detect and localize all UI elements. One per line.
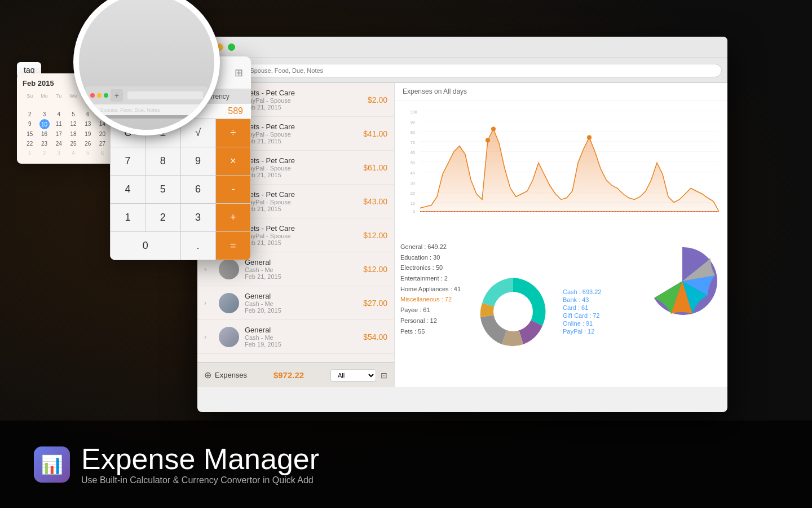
stat-item: Entertainment : 2 (400, 273, 468, 284)
table-row[interactable]: › General Cash - Me Feb 19, 2015 $54.00 (197, 320, 394, 354)
tx-date: Feb 21, 2015 (245, 172, 358, 178)
expand-icon[interactable]: ⊡ (381, 371, 387, 380)
cal-day[interactable]: 3 (37, 110, 52, 119)
cal-day[interactable]: 26 (81, 139, 95, 148)
calc-multiply-button[interactable]: × (216, 147, 250, 175)
calc-3-button[interactable]: 3 (181, 204, 215, 231)
chart-area: 100 90 80 70 60 50 40 30 20 10 0 (395, 100, 727, 236)
grid-icon[interactable]: ⊞ (235, 67, 243, 79)
cal-day[interactable]: 5 (66, 110, 81, 119)
tx-date: Feb 21, 2015 (245, 273, 358, 280)
cal-day[interactable]: 13 (81, 119, 95, 129)
calc-divide-button[interactable]: ÷ (216, 119, 250, 147)
cal-day[interactable]: 5 (81, 148, 95, 158)
calc-4-button[interactable]: 4 (111, 176, 145, 203)
cal-day[interactable]: 4 (66, 148, 81, 158)
promo-icon-symbol: 📊 (41, 454, 63, 475)
stat-item: Miscellaneous : 72 (400, 294, 468, 305)
check-icon: › (204, 265, 213, 273)
svg-point-24 (587, 135, 592, 140)
calc-7-button[interactable]: 7 (111, 147, 145, 175)
calc-1-button[interactable]: 1 (111, 204, 145, 231)
cal-day[interactable] (23, 100, 37, 110)
calc-6-button[interactable]: 6 (181, 176, 215, 203)
tx-date: Feb 19, 2015 (245, 341, 358, 348)
add-icon[interactable]: ⊕ (204, 370, 211, 380)
cal-day-today[interactable]: 10 (39, 119, 50, 129)
check-icon: › (204, 333, 213, 341)
cal-day[interactable]: 27 (95, 139, 110, 148)
filter-select[interactable]: All Income Expense (330, 369, 376, 382)
tx-category: Pets - Pet Care (245, 89, 362, 97)
right-header: Expenses on All days (395, 83, 727, 100)
expenses-label: Expenses (215, 371, 247, 379)
tx-info: Pets - Pet Care PayPal - Spouse Feb 21, … (245, 190, 358, 212)
tx-category: General (245, 258, 358, 266)
promo-icon: 📊 (34, 446, 70, 483)
cal-day[interactable]: 22 (23, 139, 37, 148)
cal-day[interactable] (37, 100, 52, 110)
svg-text:100: 100 (411, 110, 417, 114)
promo-area: 📊 Expense Manager Use Built-in Calculato… (0, 421, 812, 508)
cal-day[interactable]: 1 (23, 148, 37, 158)
calc-5-button[interactable]: 5 (145, 176, 180, 203)
cal-day[interactable]: 6 (95, 148, 110, 158)
stats-left-labels: General : 649.22 Education : 30 Electron… (400, 242, 468, 382)
svg-text:20: 20 (411, 191, 415, 195)
tx-info: General Cash - Me Feb 19, 2015 (245, 326, 358, 348)
tx-category: Pets - Pet Care (245, 122, 358, 131)
toolbar: ⚙ Tag : (197, 58, 727, 83)
svg-text:70: 70 (411, 141, 415, 144)
calc-decimal-button[interactable]: . (181, 232, 215, 260)
maximize-button[interactable] (228, 43, 235, 51)
cal-day[interactable]: 11 (51, 119, 66, 129)
cal-day[interactable]: 2 (37, 148, 52, 158)
app-window: ⚙ Tag : › Pets - Pet Care PayPal - Spous… (197, 37, 727, 412)
search-input[interactable] (232, 64, 722, 77)
cal-day[interactable]: 12 (66, 119, 81, 129)
cal-day[interactable]: 15 (23, 129, 37, 139)
content-area: › Pets - Pet Care PayPal - Spouse Feb 21… (197, 83, 727, 387)
stat-item: Personal : 12 (400, 316, 468, 326)
cal-day[interactable] (66, 100, 81, 110)
cal-day[interactable]: 25 (66, 139, 81, 148)
calc-equals-button[interactable]: = (216, 232, 250, 260)
cal-day[interactable]: 9 (23, 119, 37, 129)
cal-day[interactable]: 20 (95, 129, 110, 139)
svg-text:50: 50 (411, 161, 415, 165)
line-chart: 100 90 80 70 60 50 40 30 20 10 0 (400, 105, 722, 218)
stats-right-labels: Cash : 693.22 Bank : 43 Card : 61 Gift C… (558, 242, 637, 382)
tx-sub: Cash - Me (245, 266, 358, 273)
promo-subtitle: Use Built-in Calculator & Currency Conve… (81, 475, 319, 485)
cal-day[interactable]: 2 (23, 110, 37, 119)
pie-chart-2 (643, 242, 722, 382)
calc-0-button[interactable]: 0 (111, 232, 180, 260)
tx-category: General (245, 326, 358, 334)
cal-day-header: Su (23, 92, 37, 100)
cal-day-header: Tu (51, 92, 66, 100)
cal-day[interactable]: 17 (51, 129, 66, 139)
cal-day[interactable] (51, 100, 66, 110)
table-row[interactable]: › General Cash - Me Feb 20, 2015 $27.00 (197, 286, 394, 320)
tx-category: Pets - Pet Care (245, 190, 358, 199)
tx-sub: PayPal - Spouse (245, 165, 358, 172)
avatar (219, 327, 239, 347)
tx-amount: $2.00 (368, 95, 387, 104)
calc-9-button[interactable]: 9 (181, 147, 215, 175)
calc-2-button[interactable]: 2 (145, 204, 180, 231)
cal-day[interactable]: 19 (81, 129, 95, 139)
svg-point-23 (491, 127, 496, 132)
cal-day[interactable]: 18 (66, 129, 81, 139)
tx-info: Pets - Pet Care PayPal - Spouse Feb 21, … (245, 224, 358, 246)
cal-day[interactable]: 4 (51, 110, 66, 119)
calc-minus-button[interactable]: - (216, 176, 250, 203)
cal-day[interactable]: 3 (51, 148, 66, 158)
tx-sub: PayPal - Spouse (245, 199, 358, 205)
tx-amount: $12.00 (363, 265, 387, 274)
cal-day[interactable]: 16 (37, 129, 52, 139)
calc-8-button[interactable]: 8 (145, 147, 180, 175)
tx-sub: Cash - Me (245, 300, 358, 307)
cal-day[interactable]: 23 (37, 139, 52, 148)
calc-plus-button[interactable]: + (216, 204, 250, 231)
cal-day[interactable]: 24 (51, 139, 66, 148)
